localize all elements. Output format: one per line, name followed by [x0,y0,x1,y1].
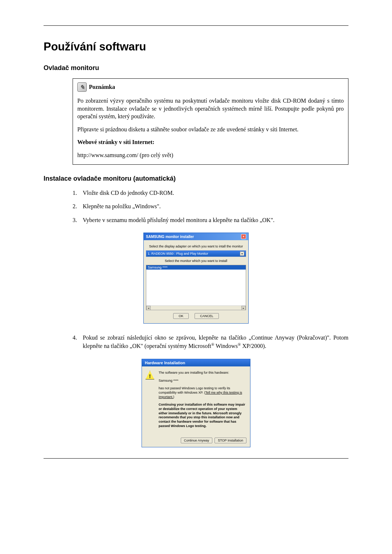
hw-p3b: ) [173,395,174,399]
section-heading-driver: Ovladač monitoru [44,64,348,72]
note-title: Poznámka [89,84,115,90]
dropdown-value: 1. RADEON 9550 : Plug and Play Monitor [148,252,208,255]
adapter-dropdown[interactable]: 1. RADEON 9550 : Plug and Play Monitor ▼ [146,250,246,257]
hw-p2: Samsung **** [159,379,246,383]
note-header: ✎ Poznámka [77,82,344,92]
hw-button-row: Continue Anyway STOP Installation [142,435,250,447]
hardware-installation-dialog: Hardware Installation The software you a… [142,359,250,448]
scrollbar[interactable]: ◄ ► [146,305,246,310]
stop-installation-button[interactable]: STOP Installation [215,438,246,443]
section-heading-install: Instalace ovladače monitoru (automatická… [44,175,348,182]
note-box: ✎ Poznámka Po zobrazení výzvy operačního… [73,78,348,165]
listbox-item-selected[interactable]: Samsung **** [146,265,246,270]
hw-text: The software you are installing for this… [159,371,246,432]
warning-icon [146,371,154,379]
installer-body: Select the display adapter on which you … [144,240,248,323]
step-4: Pokud se zobrazí následující okno se zpr… [73,334,348,350]
installer-button-row: OK CANCEL [146,310,246,321]
step-1: Vložte disk CD do jednotky CD-ROM. [73,189,348,197]
installer-dialog: SAMSUNG monitor installer × Select the d… [143,233,249,324]
hw-body: The software you are installing for this… [142,366,250,436]
note-icon: ✎ [77,82,87,92]
note-url: http://www.samsung.com/ (pro celý svět) [77,151,344,159]
top-rule [44,25,348,26]
note-paragraph-1: Po zobrazení výzvy operačního systému na… [77,97,344,120]
hw-figure: Hardware Installation The software you a… [44,359,348,448]
installer-label-monitor: Select the monitor which you want to ins… [146,259,246,263]
scroll-right-icon[interactable]: ► [241,306,246,310]
scroll-left-icon[interactable]: ◄ [146,306,151,310]
bottom-rule [44,458,348,459]
install-steps: Vložte disk CD do jednotky CD-ROM. Klepn… [73,189,348,224]
step-2: Klepněte na položku „Windows". [73,202,348,210]
continue-anyway-button[interactable]: Continue Anyway [181,438,213,443]
install-steps-cont: Pokud se zobrazí následující okno se zpr… [73,334,348,350]
close-icon[interactable]: × [241,234,246,239]
step-4-text-b: Windows [214,343,237,349]
hw-p1: The software you are installing for this… [159,371,246,375]
hw-p4: Continuing your installation of this sof… [159,403,246,428]
installer-figure: SAMSUNG monitor installer × Select the d… [44,233,348,324]
installer-titlebar: SAMSUNG monitor installer × [144,233,248,240]
chevron-down-icon[interactable]: ▼ [240,251,244,256]
note-paragraph-2: Připravte si prázdnou disketu a stáhněte… [77,126,344,134]
step-4-text-c: XP/2000). [241,343,266,349]
cancel-button[interactable]: CANCEL [195,313,219,319]
note-subheading: Webové stránky v síti Internet: [77,138,344,146]
hw-titlebar: Hardware Installation [142,359,250,366]
installer-title-text: SAMSUNG monitor installer [146,235,194,239]
installer-label-adapter: Select the display adapter on which you … [146,245,246,248]
hw-p3: has not passed Windows Logo testing to v… [159,386,246,399]
page-title: Používání softwaru [44,40,348,53]
step-3: Vyberte v seznamu modelů příslušný model… [73,216,348,224]
monitor-listbox[interactable]: Samsung **** ◄ ► [146,265,246,310]
ok-button[interactable]: OK [173,313,189,319]
